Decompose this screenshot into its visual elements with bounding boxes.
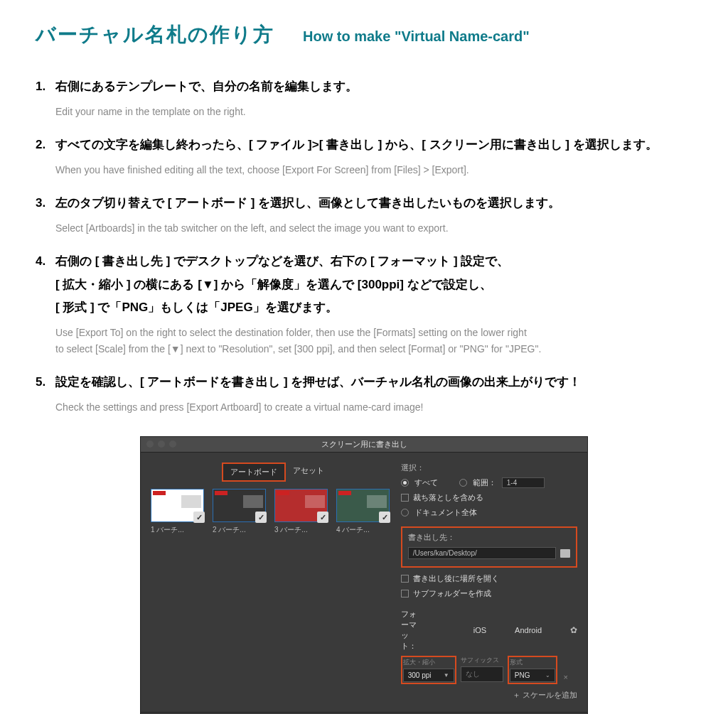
scale-select[interactable]: 300 ppi▼ (403, 669, 454, 682)
artboard-thumb[interactable]: ✓ (213, 489, 266, 522)
scale-column: 拡大・縮小 300 ppi▼ (401, 656, 456, 684)
step-number: 1. (36, 77, 51, 97)
chevron-down-icon: ▼ (444, 672, 449, 678)
radio-all[interactable] (401, 479, 409, 487)
artboard-label: 2 バーチ... (213, 525, 266, 535)
step-number: 3. (36, 193, 51, 214)
step-text-ja: すべての文字を編集し終わったら、[ ファイル ]>[ 書き出し ] から、[ ス… (55, 135, 692, 158)
step-number: 2. (36, 135, 51, 156)
checkbox-subfolder[interactable] (401, 590, 409, 597)
step-number: 5. (36, 372, 51, 393)
export-path-input[interactable]: /Users/kan/Desktop/ (408, 547, 556, 559)
artboard-label: 4 バーチ... (336, 525, 390, 535)
step-1: 1.右側にあるテンプレートで、自分の名前を編集します。Edit your nam… (36, 77, 692, 119)
step-text-ja: 左のタブ切り替えで [ アートボード ] を選択し、画像として書き出したいものを… (55, 193, 692, 217)
page-title-en: How to make "Virtual Name-card" (303, 28, 530, 45)
step-text-ja: 右側の [ 書き出し先 ] でデスクトップなどを選び、右下の [ フォーマット … (55, 251, 692, 322)
tab-assets[interactable]: アセット (286, 463, 331, 482)
export-to-section: 書き出し先： /Users/kan/Desktop/ (401, 526, 577, 568)
step-4: 4.右側の [ 書き出し先 ] でデスクトップなどを選び、右下の [ フォーマッ… (36, 251, 692, 357)
artboard-label: 1 バーチ... (151, 525, 204, 535)
folder-icon[interactable] (560, 549, 570, 558)
checkbox-bleed[interactable] (401, 494, 409, 502)
formats-label: フォーマット： (401, 609, 417, 651)
radio-range-label: 範囲： (473, 477, 496, 488)
chevron-down-icon: ⌄ (545, 672, 550, 678)
suffix-col-label: サフィックス (461, 656, 503, 665)
artboard-thumb[interactable]: ✓ (274, 489, 328, 522)
check-icon[interactable]: ✓ (379, 512, 390, 523)
format-select[interactable]: PNG⌄ (510, 669, 555, 682)
step-2: 2.すべての文字を編集し終わったら、[ ファイル ]>[ 書き出し ] から、[… (36, 135, 692, 178)
preset-android[interactable]: Android (515, 626, 542, 634)
step-text-ja: 設定を確認し、[ アートボードを書き出し ] を押せば、バーチャル名札の画像の出… (55, 372, 692, 396)
check-icon[interactable]: ✓ (317, 512, 328, 523)
suffix-input[interactable]: なし (461, 666, 503, 682)
remove-row-icon[interactable]: × (562, 673, 570, 684)
artboard-item[interactable]: ✓2 バーチ... (213, 489, 266, 535)
add-scale-button[interactable]: ＋ スケールを追加 (401, 690, 577, 701)
export-dialog: スクリーン用に書き出し アートボード アセット ✓1 バーチ...✓2 バーチ.… (140, 436, 588, 714)
format-col-label: 形式 (510, 658, 555, 667)
radio-fulldoc[interactable] (401, 509, 409, 516)
page-title-ja: バーチャル名札の作り方 (36, 21, 274, 48)
scale-col-label: 拡大・縮小 (403, 658, 454, 667)
tab-artboards[interactable]: アートボード (222, 463, 286, 482)
checkbox-open-after-label: 書き出し後に場所を開く (413, 573, 499, 584)
artboard-item[interactable]: ✓1 バーチ... (151, 489, 204, 535)
check-icon[interactable]: ✓ (255, 512, 267, 523)
radio-all-label: すべて (414, 477, 438, 488)
radio-fulldoc-label: ドキュメント全体 (414, 507, 477, 518)
step-text-en: Edit your name in the template on the ri… (55, 104, 692, 119)
step-text-en: When you have finished editing all the t… (55, 163, 692, 178)
checkbox-bleed-label: 裁ち落としを含める (413, 492, 483, 503)
gear-icon[interactable]: ✿ (570, 625, 577, 635)
check-icon[interactable]: ✓ (193, 512, 205, 523)
artboard-thumb[interactable]: ✓ (151, 489, 204, 522)
step-5: 5.設定を確認し、[ アートボードを書き出し ] を押せば、バーチャル名札の画像… (36, 372, 692, 415)
artboard-item[interactable]: ✓3 バーチ... (274, 489, 328, 535)
format-column: 形式 PNG⌄ (508, 656, 557, 684)
checkbox-open-after[interactable] (401, 575, 409, 583)
dialog-titlebar: スクリーン用に書き出し (141, 437, 587, 453)
step-text-en: Use [Export To] on the right to select t… (55, 325, 692, 357)
step-text-ja: 右側にあるテンプレートで、自分の名前を編集します。 (55, 77, 692, 100)
artboard-thumb[interactable]: ✓ (336, 489, 390, 522)
step-text-en: Select [Artboards] in the tab switcher o… (55, 221, 692, 236)
artboard-item[interactable]: ✓4 バーチ... (336, 489, 390, 535)
range-input[interactable]: 1-4 (502, 477, 545, 488)
dialog-title: スクリーン用に書き出し (321, 439, 407, 450)
export-to-label: 書き出し先： (408, 532, 570, 543)
step-3: 3.左のタブ切り替えで [ アートボード ] を選択し、画像として書き出したいも… (36, 193, 692, 236)
step-number: 4. (36, 251, 51, 272)
select-label: 選択： (401, 463, 577, 473)
step-text-en: Check the settings and press [Export Art… (55, 400, 692, 415)
artboard-label: 3 バーチ... (274, 525, 328, 535)
checkbox-subfolder-label: サブフォルダーを作成 (413, 588, 491, 599)
window-controls[interactable] (146, 440, 176, 448)
radio-range[interactable] (459, 479, 467, 487)
preset-ios[interactable]: iOS (473, 626, 486, 634)
